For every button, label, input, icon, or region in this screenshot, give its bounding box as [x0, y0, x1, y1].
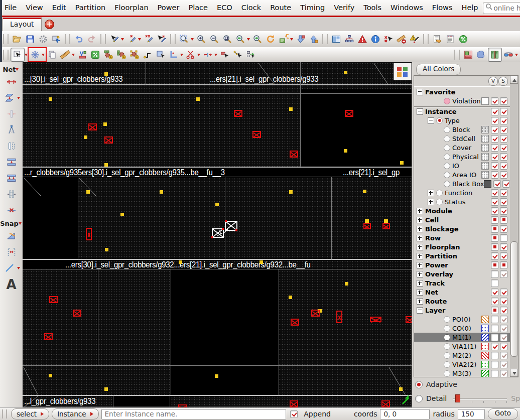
- density-report-icon[interactable]: [457, 33, 470, 46]
- align-horizontal-icon[interactable]: [4, 155, 19, 169]
- selectable-checkbox[interactable]: [500, 361, 507, 368]
- selectable-checkbox[interactable]: [500, 97, 507, 105]
- pin-marker[interactable]: [344, 149, 347, 153]
- dropdown-arrow-icon[interactable]: [197, 54, 200, 56]
- pin-marker[interactable]: [399, 387, 403, 391]
- redo-icon[interactable]: [85, 33, 98, 46]
- coords-input[interactable]: [380, 409, 430, 419]
- selectable-checkbox[interactable]: [500, 298, 507, 305]
- instance-name-input[interactable]: [101, 409, 287, 419]
- floorplan-view-icon[interactable]: [462, 48, 475, 61]
- violation-marker[interactable]: [311, 310, 320, 317]
- toolbar-grip[interactable]: [454, 50, 460, 60]
- dropdown-arrow-icon[interactable]: [17, 267, 20, 269]
- visible-checkbox[interactable]: [491, 97, 498, 105]
- visibility-column-button[interactable]: V: [488, 77, 498, 86]
- flip-objects-icon[interactable]: [4, 187, 19, 201]
- pin-marker[interactable]: [160, 190, 163, 194]
- selectable-checkbox[interactable]: [500, 153, 507, 161]
- selectable-checkbox[interactable]: [500, 307, 507, 314]
- edit-add-pen-icon[interactable]: [125, 33, 138, 46]
- violation-marker[interactable]: [336, 311, 342, 323]
- zoom-select-icon[interactable]: [178, 33, 191, 46]
- edit-delete-pen-icon[interactable]: [142, 33, 155, 46]
- expander-icon[interactable]: [417, 108, 423, 115]
- radio-bullet-icon[interactable]: [444, 334, 450, 341]
- import-config-icon[interactable]: [50, 33, 63, 46]
- expander-icon[interactable]: [417, 226, 423, 232]
- radio-bullet-icon[interactable]: [444, 316, 450, 323]
- expander-icon[interactable]: [428, 199, 434, 205]
- selectable-checkbox[interactable]: [500, 252, 507, 260]
- pin-marker[interactable]: [179, 260, 182, 264]
- expander-icon[interactable]: [417, 208, 423, 214]
- goto-button[interactable]: Goto: [488, 408, 518, 419]
- menu-item[interactable]: Place: [184, 0, 212, 16]
- violation-marker[interactable]: [370, 317, 381, 322]
- selectable-checkbox[interactable]: [500, 316, 507, 323]
- color-legend-widget[interactable]: [394, 63, 412, 80]
- freeze-mode-icon[interactable]: [29, 48, 42, 61]
- violation-marker[interactable]: [234, 110, 242, 117]
- menu-item[interactable]: Verify: [329, 0, 359, 16]
- tree-row[interactable]: Row: [414, 233, 510, 242]
- violation-marker[interactable]: [345, 110, 353, 117]
- toolbar-grip[interactable]: [3, 50, 9, 60]
- check-placement-icon[interactable]: [76, 48, 89, 61]
- design-browser-icon[interactable]: [330, 33, 343, 46]
- violation-marker[interactable]: [381, 400, 390, 407]
- pin-marker[interactable]: [84, 135, 87, 139]
- search-input[interactable]: [493, 4, 520, 13]
- visible-checkbox[interactable]: [491, 334, 498, 341]
- dropdown-arrow-icon[interactable]: [19, 222, 22, 225]
- dropdown-arrow-icon[interactable]: [42, 54, 45, 56]
- menu-item[interactable]: Help: [457, 0, 482, 16]
- selectable-checkbox[interactable]: [500, 234, 507, 242]
- violation-marker[interactable]: [88, 123, 97, 130]
- visible-checkbox[interactable]: [491, 171, 498, 179]
- color-swatch[interactable]: [481, 171, 489, 179]
- radio-bullet-icon[interactable]: [444, 145, 450, 151]
- area-select-icon[interactable]: [154, 48, 167, 61]
- color-swatch[interactable]: [481, 370, 489, 377]
- dropdown-arrow-icon[interactable]: [121, 38, 124, 41]
- add-instance-group-icon[interactable]: [102, 48, 115, 61]
- radio-bullet-icon[interactable]: [436, 190, 443, 196]
- dropdown-arrow-icon[interactable]: [17, 97, 20, 99]
- menu-item[interactable]: File: [0, 0, 21, 16]
- tree-row[interactable]: Power: [414, 260, 510, 269]
- net-stretch-icon[interactable]: [4, 75, 19, 89]
- menu-item[interactable]: Edit: [48, 0, 71, 16]
- settings-gear-icon[interactable]: [37, 33, 50, 46]
- expander-icon[interactable]: [417, 262, 423, 268]
- violation-marker[interactable]: [290, 151, 298, 158]
- visible-checkbox[interactable]: [491, 144, 498, 152]
- violation-marker[interactable]: [49, 296, 58, 303]
- zoom-fit-icon[interactable]: [221, 33, 234, 46]
- load-partition-icon[interactable]: [294, 33, 307, 46]
- color-swatch[interactable]: [481, 126, 489, 133]
- tree-row[interactable]: Block: [414, 125, 510, 134]
- color-swatch[interactable]: [484, 180, 491, 188]
- dropdown-arrow-icon[interactable]: [247, 38, 250, 41]
- pin-marker[interactable]: [215, 374, 218, 378]
- tree-row[interactable]: VIA2(2): [414, 360, 510, 369]
- open-design-icon[interactable]: [11, 33, 24, 46]
- expander-icon[interactable]: [417, 289, 423, 296]
- deselect-all-icon[interactable]: [382, 33, 395, 46]
- selectable-checkbox[interactable]: [500, 289, 507, 296]
- menu-item[interactable]: Power: [153, 0, 184, 16]
- pin-marker[interactable]: [259, 260, 263, 264]
- selectable-checkbox[interactable]: [500, 352, 507, 359]
- visible-checkbox[interactable]: [491, 361, 498, 368]
- add-region-icon[interactable]: [128, 48, 141, 61]
- pin-marker[interactable]: [104, 72, 108, 76]
- save-design-icon[interactable]: [24, 33, 37, 46]
- violation-marker[interactable]: [86, 228, 92, 240]
- select-mode-icon[interactable]: [11, 48, 25, 62]
- abstract-view-icon[interactable]: [488, 48, 502, 62]
- view-redraw-icon[interactable]: [277, 33, 290, 46]
- tree-row[interactable]: Cover: [414, 143, 510, 152]
- tree-row[interactable]: Cell: [414, 215, 510, 224]
- visible-checkbox[interactable]: [491, 207, 498, 215]
